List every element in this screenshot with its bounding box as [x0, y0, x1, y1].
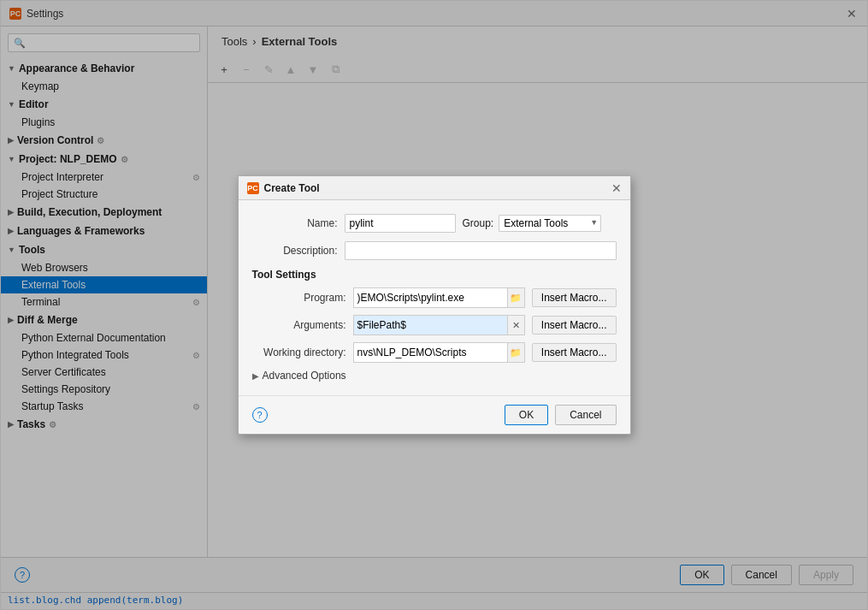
- name-label: Name:: [252, 217, 338, 229]
- program-browse-button[interactable]: 📁: [507, 288, 524, 307]
- name-group-row: Name: Group: External Tools Default ▼: [252, 214, 617, 233]
- tool-settings-header: Tool Settings: [252, 269, 617, 281]
- group-select[interactable]: External Tools Default: [499, 215, 601, 232]
- modal-help-button[interactable]: ?: [252, 407, 268, 423]
- arguments-input-wrapper: ✕: [353, 315, 525, 335]
- description-row: Description:: [252, 241, 617, 260]
- program-input-wrapper: 📁: [353, 287, 525, 308]
- modal-ok-button[interactable]: OK: [505, 405, 548, 425]
- description-label: Description:: [252, 245, 338, 257]
- modal-body: Name: Group: External Tools Default ▼: [239, 200, 630, 395]
- name-input[interactable]: [345, 214, 456, 233]
- modal-close-button[interactable]: ✕: [611, 181, 622, 195]
- arguments-input[interactable]: [354, 319, 507, 331]
- arguments-row: Arguments: ✕ Insert Macro...: [252, 315, 617, 335]
- program-input[interactable]: [354, 292, 507, 304]
- advanced-options-label: Advanced Options: [263, 370, 346, 382]
- description-input[interactable]: [345, 241, 617, 260]
- settings-window: PC Settings ✕ 🔍 ▼ Appearance & Behavior …: [0, 0, 868, 610]
- program-row: Program: 📁 Insert Macro...: [252, 287, 617, 308]
- working-directory-row: Working directory: 📁 Insert Macro...: [252, 342, 617, 363]
- modal-cancel-button[interactable]: Cancel: [555, 405, 616, 425]
- modal-titlebar: PC Create Tool ✕: [239, 176, 630, 200]
- arguments-label: Arguments:: [252, 319, 346, 331]
- program-label: Program:: [252, 292, 346, 304]
- arguments-clear-button[interactable]: ✕: [507, 316, 524, 335]
- modal-footer: ? OK Cancel: [239, 395, 630, 434]
- modal-overlay: PC Create Tool ✕ Name: Group: Ext: [1, 1, 867, 609]
- modal-title: Create Tool: [264, 182, 320, 194]
- working-directory-label: Working directory:: [252, 346, 346, 358]
- advanced-options-section[interactable]: ▶ Advanced Options: [252, 370, 617, 382]
- program-insert-macro-button[interactable]: Insert Macro...: [532, 288, 617, 307]
- group-label: Group:: [463, 217, 494, 229]
- working-directory-input[interactable]: [354, 346, 507, 358]
- modal-app-icon: PC: [247, 182, 259, 194]
- create-tool-dialog: PC Create Tool ✕ Name: Group: Ext: [238, 175, 631, 435]
- working-directory-browse-button[interactable]: 📁: [507, 343, 524, 362]
- working-directory-insert-macro-button[interactable]: Insert Macro...: [532, 343, 617, 362]
- tool-settings-section: Tool Settings Program: 📁 Insert Macro...…: [252, 269, 617, 363]
- advanced-chevron-icon: ▶: [252, 371, 259, 381]
- working-directory-input-wrapper: 📁: [353, 342, 525, 363]
- arguments-insert-macro-button[interactable]: Insert Macro...: [532, 316, 617, 335]
